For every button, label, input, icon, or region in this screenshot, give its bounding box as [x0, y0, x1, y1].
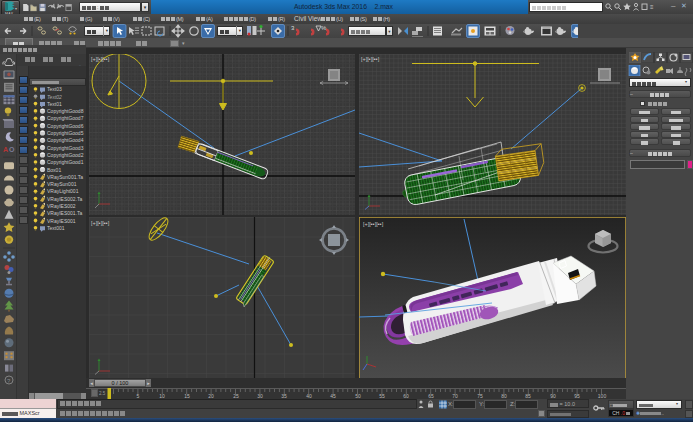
svg-text:[+][▪][▪▪]: [+][▪][▪▪] [361, 56, 380, 62]
svg-text:10: 10 [159, 393, 165, 399]
svg-text:15: 15 [184, 393, 190, 399]
svg-text:85: 85 [525, 393, 531, 399]
svg-text:5: 5 [137, 393, 140, 399]
svg-text:65: 65 [428, 393, 434, 399]
svg-text:%: % [321, 25, 327, 31]
svg-text:Box01: Box01 [47, 167, 61, 173]
svg-text:60: 60 [403, 393, 409, 399]
svg-text:VRayIES001.Ta: VRayIES001.Ta [47, 210, 83, 216]
svg-text:45: 45 [330, 393, 336, 399]
svg-text:100: 100 [598, 393, 607, 399]
svg-text:20: 20 [208, 393, 214, 399]
svg-text:55: 55 [379, 393, 385, 399]
svg-text:≡: ≡ [650, 4, 654, 10]
svg-text:CopyrightGood7: CopyrightGood7 [47, 115, 84, 121]
svg-text:VRaySun001: VRaySun001 [47, 181, 77, 187]
svg-text:50: 50 [355, 393, 361, 399]
svg-text:?: ? [7, 378, 11, 384]
svg-text:[+][▪][▪▪]: [+][▪][▪▪] [91, 220, 110, 226]
svg-text:95: 95 [574, 393, 580, 399]
svg-text:CopyrightGood4: CopyrightGood4 [47, 137, 84, 143]
svg-text:70: 70 [452, 393, 458, 399]
svg-text:2.5: 2.5 [99, 391, 106, 396]
svg-text:CopyrightGood6: CopyrightGood6 [47, 123, 84, 129]
svg-text:O: O [9, 146, 15, 153]
svg-text:75: 75 [477, 393, 483, 399]
svg-text:A: A [3, 146, 8, 153]
svg-text:CopyrightGood2: CopyrightGood2 [47, 152, 84, 158]
svg-text:CopyrightGood3: CopyrightGood3 [47, 145, 84, 151]
svg-text:Text001: Text001 [47, 225, 65, 231]
svg-text:Text03: Text03 [47, 86, 62, 92]
svg-text:VRaySun001.Ta: VRaySun001.Ta [47, 174, 83, 180]
svg-text:Text01: Text01 [47, 101, 62, 107]
svg-text:VRayIES002.Ta: VRayIES002.Ta [47, 196, 83, 202]
svg-text:[+][▪▪][▪▪]: [+][▪▪][▪▪] [363, 221, 384, 227]
svg-text:CopyrightGood8: CopyrightGood8 [47, 108, 84, 114]
svg-text:[+][▪][▪▪]: [+][▪][▪▪] [91, 56, 110, 62]
svg-text:VRayIES001: VRayIES001 [47, 218, 76, 224]
svg-text:90: 90 [550, 393, 556, 399]
svg-text:CopyrightGood1: CopyrightGood1 [47, 159, 84, 165]
svg-text:25: 25 [233, 393, 239, 399]
svg-text:VRayIES002: VRayIES002 [47, 203, 76, 209]
svg-text:Text02: Text02 [47, 94, 62, 100]
svg-text:35: 35 [281, 393, 287, 399]
svg-text:40: 40 [306, 393, 312, 399]
svg-text:3: 3 [291, 25, 295, 31]
svg-text:80: 80 [501, 393, 507, 399]
svg-text:30: 30 [257, 393, 263, 399]
svg-text:VRayLight001: VRayLight001 [47, 188, 79, 194]
svg-text:CopyrightGood5: CopyrightGood5 [47, 130, 84, 136]
